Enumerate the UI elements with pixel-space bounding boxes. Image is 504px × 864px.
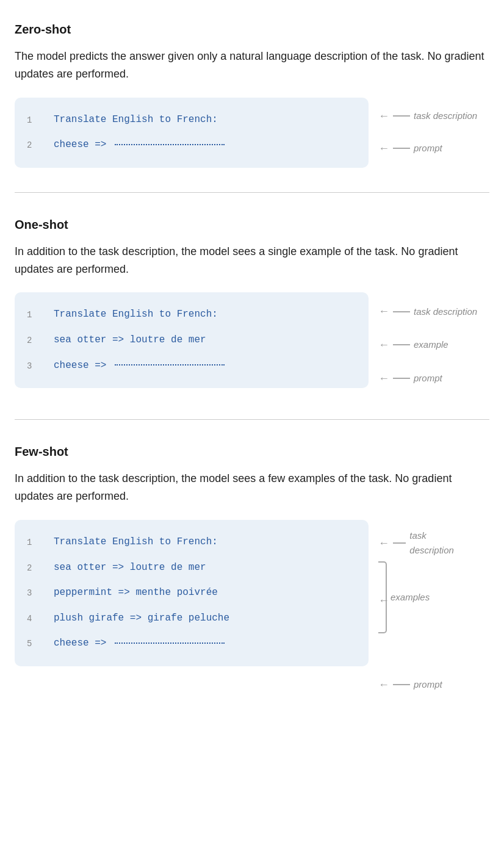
one-shot-description: In addition to the task description, the… (15, 243, 489, 278)
few-shot-description: In addition to the task description, the… (15, 470, 489, 505)
annotation-label: task description (414, 109, 477, 123)
line-number: 2 (27, 137, 41, 152)
annotation-label: prompt (414, 141, 442, 156)
code-line: 1 Translate English to French: (15, 302, 369, 328)
arrow-icon: ← (378, 140, 389, 157)
divider (15, 192, 489, 193)
arrow-line (393, 115, 410, 117)
code-content: Translate English to French: (54, 307, 218, 323)
arrow-icon: ← (378, 592, 389, 610)
annotation-label: task description (409, 528, 458, 558)
divider (15, 419, 489, 420)
few-shot-title: Few-shot (15, 442, 489, 461)
annotation-task-description: ← task description (378, 107, 477, 125)
code-line: 3 peppermint => menthe poivrée (15, 580, 369, 606)
code-content: cheese => (54, 636, 225, 652)
line-number: 5 (27, 636, 41, 650)
line-number: 1 (27, 535, 41, 549)
line-number: 4 (27, 611, 41, 625)
arrow-line (393, 684, 410, 685)
annotation-prompt: ← prompt (378, 140, 477, 157)
annotation-examples-arrow: ← (378, 592, 389, 610)
code-content: sea otter => loutre de mer (54, 333, 206, 348)
zero-shot-code-block: 1 Translate English to French: 2 cheese … (15, 98, 369, 168)
arrow-line (393, 542, 406, 544)
annotation-task-description: ← task description (378, 528, 458, 558)
line-number: 2 (27, 560, 41, 575)
arrow-icon: ← (378, 676, 389, 694)
line-number: 1 (27, 112, 41, 127)
code-content: cheese => (54, 358, 225, 374)
code-content: peppermint => menthe poivrée (54, 585, 218, 601)
zero-shot-description: The model predicts the answer given only… (15, 48, 489, 83)
dotted-placeholder (115, 144, 225, 145)
zero-shot-title: Zero-shot (15, 20, 489, 39)
dotted-placeholder (115, 643, 225, 644)
few-shot-section: Few-shot In addition to the task descrip… (15, 442, 489, 697)
dotted-placeholder (115, 364, 225, 365)
code-line: 1 Translate English to French: (15, 530, 369, 555)
code-content: plush girafe => girafe peluche (54, 611, 229, 627)
annotation-task-description: ← task description (378, 303, 477, 320)
code-content: Translate English to French: (54, 112, 218, 128)
annotation-label: examples (391, 590, 430, 605)
arrow-icon: ← (378, 303, 389, 320)
annotation-prompt: ← prompt (378, 676, 442, 694)
annotation-label: prompt (414, 677, 442, 692)
arrow-icon: ← (378, 107, 389, 125)
one-shot-code-wrapper: 1 Translate English to French: 2 sea ott… (15, 292, 489, 395)
line-number: 3 (27, 358, 41, 373)
code-content: cheese => (54, 137, 225, 153)
annotation-label: prompt (414, 371, 442, 386)
zero-shot-section: Zero-shot The model predicts the answer … (15, 20, 489, 168)
arrow-line (393, 344, 410, 345)
line-number: 2 (27, 333, 41, 347)
line-number: 3 (27, 585, 41, 600)
code-line: 5 cheese => (15, 631, 369, 657)
arrow-icon: ← (378, 535, 389, 552)
arrow-line (393, 378, 410, 379)
arrow-icon: ← (378, 336, 389, 354)
annotation-example: ← example (378, 336, 477, 354)
annotation-label: example (414, 337, 448, 352)
code-line: 4 plush girafe => girafe peluche (15, 606, 369, 632)
code-content: Translate English to French: (54, 535, 218, 550)
arrow-line (393, 311, 410, 312)
one-shot-code-block: 1 Translate English to French: 2 sea ott… (15, 292, 369, 388)
code-line: 1 Translate English to French: (15, 107, 369, 133)
code-line: 2 sea otter => loutre de mer (15, 555, 369, 581)
arrow-icon: ← (378, 370, 389, 387)
one-shot-section: One-shot In addition to the task descrip… (15, 215, 489, 395)
code-content: sea otter => loutre de mer (54, 560, 206, 576)
arrow-line (393, 148, 410, 149)
one-shot-title: One-shot (15, 215, 489, 234)
code-line: 3 cheese => (15, 353, 369, 379)
annotation-prompt: ← prompt (378, 370, 477, 387)
annotation-label: task description (414, 304, 477, 319)
zero-shot-code-wrapper: 1 Translate English to French: 2 cheese … (15, 98, 489, 168)
code-line: 2 cheese => (15, 132, 369, 158)
code-line: 2 sea otter => loutre de mer (15, 328, 369, 353)
line-number: 1 (27, 307, 41, 322)
few-shot-code-wrapper: 1 Translate English to French: 2 sea ott… (15, 520, 489, 697)
few-shot-code-block: 1 Translate English to French: 2 sea ott… (15, 520, 369, 666)
